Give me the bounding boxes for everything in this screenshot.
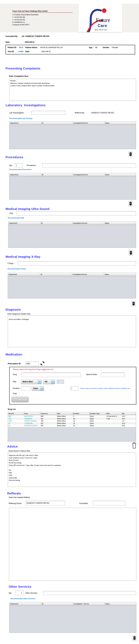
advice-label: Enter Doctor's Advice Here bbox=[9, 450, 30, 452]
way-select[interactable]: Before Meal ▼ bbox=[21, 380, 42, 384]
refresh-icon[interactable] bbox=[40, 361, 45, 366]
frequency-select[interactable]: OD ▼ bbox=[43, 380, 55, 384]
frequency-select-value: OD bbox=[44, 380, 51, 384]
special-notes-input[interactable] bbox=[101, 372, 125, 377]
recommended-xrays-link[interactable]: Recommended X-Rays bbox=[8, 268, 26, 270]
complaints-textarea[interactable]: Review Abdomen: Hepatic steatosis and pa… bbox=[9, 79, 136, 101]
lab-testings-table: Department ID Investigation/Service Stat… bbox=[9, 121, 136, 149]
referral-list-box[interactable] bbox=[9, 508, 136, 581]
column-header: ID bbox=[41, 602, 73, 606]
uss-input[interactable] bbox=[17, 211, 136, 216]
section-title-ultrasound: Medical Imaging Ultra Sound bbox=[6, 207, 50, 211]
drug-row[interactable]: 46 HYDROCHLOROT OD Before Meal 15 Day/s … bbox=[8, 424, 136, 427]
column-header: Department bbox=[10, 602, 41, 606]
tablet-qty-input[interactable] bbox=[70, 386, 78, 390]
chevron-down-icon: ▼ bbox=[51, 380, 55, 384]
drug-row[interactable]: 42 LOSARTAN OD Before Meal 15 Day/s 20.0 bbox=[8, 422, 136, 425]
column-header: ID bbox=[41, 173, 73, 176]
drug-id-cell[interactable]: 193 bbox=[8, 418, 24, 420]
way-select-value: Before Meal bbox=[21, 380, 38, 384]
column-header: Drug ID bbox=[8, 412, 24, 415]
section-title-procedures: Procedures bbox=[6, 156, 23, 159]
company-name: Future Care by Future Holdings (Pty) Lim… bbox=[12, 10, 73, 12]
column-header: Department bbox=[10, 122, 41, 125]
drug-input[interactable] bbox=[21, 372, 81, 377]
procedures-qty-label: Qty : bbox=[9, 164, 13, 166]
lab-investigation-input[interactable] bbox=[32, 111, 66, 115]
drug-frequency-cell: OD bbox=[40, 422, 56, 425]
prescription-id-input[interactable] bbox=[25, 362, 38, 366]
advice-textarea[interactable]: Naproxen tab 500 mg 1 tab od for 5 days … bbox=[8, 452, 136, 487]
drug-id-cell[interactable]: 1397 bbox=[8, 420, 24, 422]
procedures-qty-input[interactable] bbox=[15, 163, 23, 168]
consult-date-label: Date bbox=[6, 41, 23, 43]
drug-row[interactable]: 1397 VIRGIN LINSEED TID Before Meal 10 D… bbox=[8, 420, 136, 422]
drug-duration-type-cell: Day/s bbox=[89, 422, 106, 425]
xray-input[interactable] bbox=[18, 261, 136, 266]
recommended-procedures-link[interactable]: Recommended Procedures bbox=[9, 168, 32, 170]
consult-date-line: Date : 2024-08-01 bbox=[6, 41, 34, 43]
xray-label: X-Rays : bbox=[8, 262, 14, 264]
company-phone-2: T: +24 84 225 252 bbox=[12, 18, 73, 21]
lab-delete-trash-icon[interactable]: ♻ bbox=[128, 151, 133, 157]
drug-colon: : bbox=[19, 374, 20, 376]
recommended-uss-link[interactable]: Recommended USS bbox=[8, 217, 24, 219]
dose-input[interactable] bbox=[57, 380, 64, 384]
section-title-refferals: Refferals bbox=[7, 492, 21, 495]
uss-delete-trash-icon[interactable]: ♻ bbox=[128, 250, 133, 256]
drug-id-cell[interactable]: 888 bbox=[8, 415, 24, 418]
referral-select-label: Select the needed Refferal bbox=[9, 496, 30, 498]
recommended-lab-testings-link[interactable]: Recommended Lab Testings bbox=[9, 118, 32, 119]
duration-type-select[interactable]: Day/s ▼ bbox=[32, 386, 44, 391]
column-header: Department bbox=[10, 173, 41, 176]
drug-row[interactable]: 193 VITAMIN B OD Before Meal 30 Day/s 1 … bbox=[8, 418, 136, 420]
section-title-xray: Medical Imaging X-Ray bbox=[6, 255, 40, 258]
age-label: Age : bbox=[89, 46, 94, 48]
add-drug-button[interactable]: + Add Drug bbox=[11, 397, 29, 402]
column-header: Qty bbox=[121, 412, 136, 415]
diagnosis-textarea[interactable]: Acute sacroiilitis+ lumbalgia bbox=[8, 316, 136, 347]
advice-delete-trash-icon[interactable] bbox=[132, 442, 136, 448]
drug-name-cell[interactable]: VIRGIN LINSEED bbox=[24, 420, 40, 422]
drug-name-cell[interactable]: HYDROCHLOROT bbox=[24, 424, 40, 427]
prescription-id-label: Prescription ID : bbox=[8, 363, 22, 365]
other-services-delete-trash-icon[interactable]: ♻ bbox=[132, 635, 136, 641]
column-header: Fequency bbox=[40, 412, 56, 415]
lab-investigation-label: Lab Investingation : bbox=[9, 112, 25, 114]
chevron-down-icon: ▼ bbox=[38, 380, 42, 384]
other-services-qty-input[interactable] bbox=[15, 591, 24, 595]
uss-table: Department ID Investigation/Service Stat… bbox=[8, 222, 136, 248]
drug-name-cell[interactable]: LOSARTAN bbox=[24, 422, 40, 425]
patient-name-label: Patient Name : bbox=[25, 46, 38, 48]
recommended-other-services-link[interactable]: Recommended Other Services bbox=[10, 598, 36, 600]
drug-id-cell[interactable]: 46 bbox=[8, 424, 24, 427]
drug-id-cell[interactable]: 42 bbox=[8, 422, 24, 425]
visit-id-value: : 14688 bbox=[17, 50, 23, 52]
drug-way-cell: Before Meal bbox=[56, 415, 73, 418]
consultant-input[interactable] bbox=[93, 501, 125, 505]
drug-table-header: Drug ID Drug Fequency Way Duration Durat… bbox=[8, 412, 136, 415]
other-services-input[interactable] bbox=[43, 591, 136, 595]
drug-qty-cell: 20.0 bbox=[121, 424, 136, 427]
drug-row[interactable]: 888 BACLOFEN BID Before Meal 5 Day/s 1/2… bbox=[8, 415, 136, 418]
procedures-input-label: Procedures : bbox=[26, 164, 37, 166]
column-header: Investigation/Service bbox=[72, 222, 104, 225]
drug-note-cell bbox=[106, 422, 121, 425]
drug-name-cell[interactable]: BACLOFEN bbox=[24, 415, 40, 418]
column-header: ID bbox=[41, 122, 73, 125]
procedures-delete-trash-icon[interactable]: ♻ bbox=[128, 201, 133, 206]
special-notes-colon: : bbox=[99, 374, 100, 376]
xray-table: Department ID Investigation/Service Stat… bbox=[8, 273, 136, 298]
xray-delete-trash-icon[interactable]: ♻ bbox=[131, 301, 136, 306]
duration-input[interactable] bbox=[21, 386, 31, 390]
drug-note-cell: 1 tab bbox=[106, 418, 121, 420]
section-title-presenting-complaints: Presenting Complaints bbox=[6, 67, 40, 70]
duration-type-value: Day/s bbox=[32, 386, 40, 390]
procedures-input[interactable] bbox=[42, 164, 136, 167]
column-header: Drug bbox=[24, 412, 40, 415]
drug-name-cell[interactable]: VITAMIN B bbox=[24, 418, 40, 420]
xray-table-header: Department ID Investigation/Service Stat… bbox=[8, 273, 136, 276]
gender-value: : Female bbox=[111, 46, 118, 48]
column-header: Status bbox=[104, 122, 136, 125]
referring-doctor-input[interactable] bbox=[26, 501, 65, 505]
